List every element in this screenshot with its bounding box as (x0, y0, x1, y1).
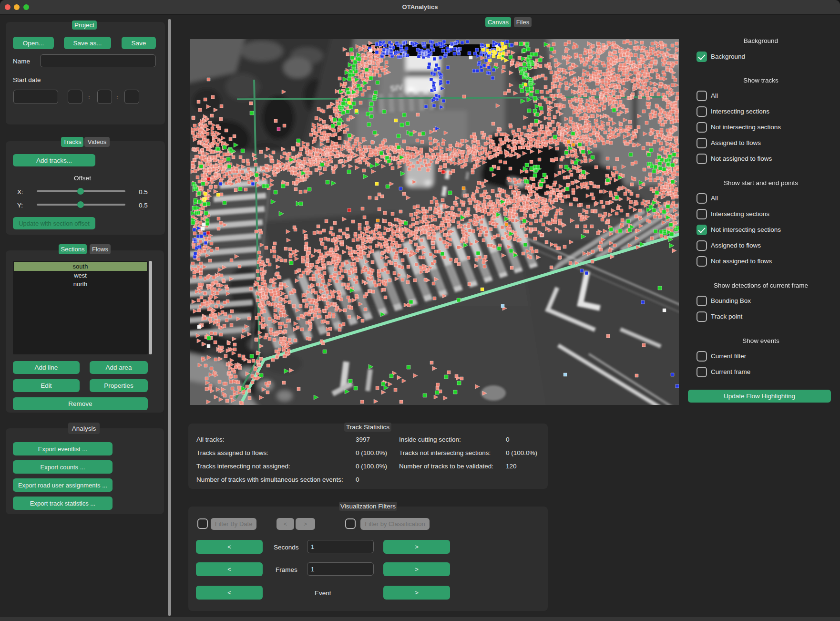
svg-text:SIV: SIV (389, 83, 404, 93)
